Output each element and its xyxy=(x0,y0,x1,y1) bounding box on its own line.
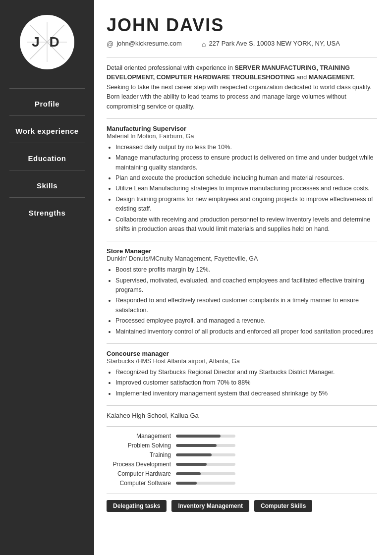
education-school: Kalaheo High School, Kailua Ga xyxy=(107,412,377,419)
sidebar-item-work-experience[interactable]: Work experience xyxy=(0,122,94,139)
skill-bar-bg xyxy=(176,435,235,438)
sidebar-divider-3 xyxy=(9,143,85,143)
strength-badge: Computer Skills xyxy=(254,500,312,512)
profile-text: Detail oriented professional with experi… xyxy=(107,63,377,111)
contact-row: @ john@kickresume.com ⌂ 227 Park Ave S, … xyxy=(107,40,377,48)
strength-badge: Inventory Management xyxy=(171,500,249,512)
job-bullets-1: Increased daily output by no less the 10… xyxy=(115,143,377,234)
skill-bar-fill xyxy=(176,453,212,456)
skill-row: Computer Software xyxy=(107,480,377,487)
sidebar: J D Profile Work experience Education Sk… xyxy=(0,0,94,555)
sidebar-divider-5 xyxy=(9,197,85,198)
skill-bar-bg xyxy=(176,453,235,456)
main-content: JOHN DAVIS @ john@kickresume.com ⌂ 227 P… xyxy=(94,0,392,555)
address-text: 227 Park Ave S, 10003 NEW YORK, NY, USA xyxy=(209,40,339,47)
job2-divider xyxy=(107,241,377,241)
job-company-3: Starbucks /HMS Host Atlanta airport, Atl… xyxy=(107,358,377,365)
strengths-row: Delegating tasksInventory ManagementComp… xyxy=(107,500,377,512)
list-item: Plan and execute the production schedule… xyxy=(115,173,377,183)
skill-row: Computer Hardware xyxy=(107,470,377,477)
skill-bar-bg xyxy=(176,444,235,447)
skill-row: Problem Solving xyxy=(107,442,377,449)
list-item: Implemented inventory management system … xyxy=(115,389,377,398)
skill-label: Problem Solving xyxy=(107,442,171,449)
contact-email: @ john@kickresume.com xyxy=(107,40,182,48)
profile-divider xyxy=(107,57,377,57)
list-item: Boost store profits margin by 12%. xyxy=(115,265,377,275)
email-text: john@kickresume.com xyxy=(116,40,182,47)
skill-row: Training xyxy=(107,451,377,458)
email-icon: @ xyxy=(107,40,113,48)
skills-grid: Management Problem Solving Training Proc… xyxy=(107,433,377,487)
skills-divider xyxy=(107,426,377,427)
sidebar-item-strengths[interactable]: Strengths xyxy=(0,204,94,221)
sidebar-item-profile[interactable]: Profile xyxy=(0,95,94,111)
skill-label: Computer Hardware xyxy=(107,470,171,477)
list-item: Collaborate with receiving and productio… xyxy=(115,215,377,234)
job-bullets-2: Boost store profits margin by 12%. Super… xyxy=(115,265,377,336)
address-icon: ⌂ xyxy=(202,40,206,48)
skill-bar-fill xyxy=(176,482,197,485)
list-item: Supervised, motivated, evaluated, and co… xyxy=(115,276,377,295)
skill-row: Process Development xyxy=(107,461,377,468)
skill-row: Management xyxy=(107,433,377,440)
sidebar-divider-1 xyxy=(9,88,85,89)
list-item: Design training programs for new employe… xyxy=(115,195,377,214)
job-title-2: Store Manager xyxy=(107,247,377,255)
education-divider xyxy=(107,405,377,406)
skill-bar-bg xyxy=(176,472,235,475)
contact-address: ⌂ 227 Park Ave S, 10003 NEW YORK, NY, US… xyxy=(202,40,340,48)
job-bullets-3: Recognized by Starbucks Regional Directo… xyxy=(115,368,377,398)
job-company-2: Dunkin' Donuts/MCnulty Management, Fayet… xyxy=(107,255,377,262)
skill-label: Computer Software xyxy=(107,480,171,487)
skill-bar-fill xyxy=(176,435,221,438)
list-item: Responded to and effectively resolved cu… xyxy=(115,296,377,315)
list-item: Improved customer satisfaction from 70% … xyxy=(115,378,377,388)
skill-label: Training xyxy=(107,451,171,458)
list-item: Increased daily output by no less the 10… xyxy=(115,143,377,152)
skill-bar-bg xyxy=(176,482,235,485)
sidebar-item-education[interactable]: Education xyxy=(0,149,94,166)
skill-label: Process Development xyxy=(107,461,171,468)
job3-divider xyxy=(107,343,377,344)
skill-label: Management xyxy=(107,433,171,440)
list-item: Processed employee payroll, and managed … xyxy=(115,316,377,326)
job-title-1: Manufacturing Supervisor xyxy=(107,125,377,132)
sidebar-divider-4 xyxy=(9,170,85,170)
list-item: Manage manufacturing process to ensure p… xyxy=(115,153,377,172)
avatar: J D xyxy=(20,15,74,69)
skill-bar-bg xyxy=(176,463,235,466)
skill-bar-fill xyxy=(176,463,207,466)
sidebar-item-skills[interactable]: Skills xyxy=(0,176,94,193)
sidebar-divider-2 xyxy=(9,115,85,116)
job-company-1: Material In Motion, Fairburn, Ga xyxy=(107,133,377,140)
list-item: Maintained inventory control of all prod… xyxy=(115,327,377,336)
job-title-3: Concourse manager xyxy=(107,350,377,357)
avatar-initials: J D xyxy=(32,34,62,50)
list-item: Recognized by Starbucks Regional Directo… xyxy=(115,368,377,377)
page-title: JOHN DAVIS xyxy=(107,15,377,36)
skill-bar-fill xyxy=(176,444,217,447)
work-experience-divider xyxy=(107,118,377,119)
skill-bar-fill xyxy=(176,472,201,475)
strengths-divider xyxy=(107,494,377,494)
list-item: Utilize Lean Manufacturing strategies to… xyxy=(115,184,377,193)
strength-badge: Delegating tasks xyxy=(107,500,167,512)
